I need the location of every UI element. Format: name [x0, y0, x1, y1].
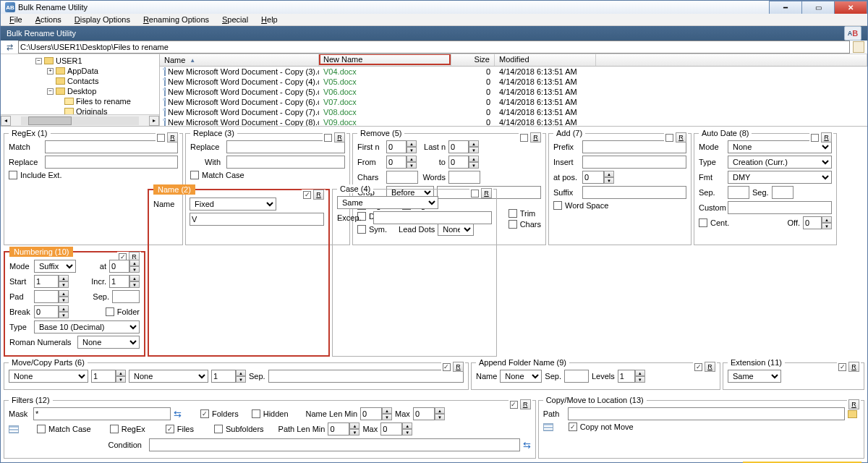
col-header-modified[interactable]: Modified	[495, 54, 596, 66]
app-icon: AB	[5, 2, 15, 12]
window-title: Bulk Rename Utility	[18, 3, 88, 12]
regex-enable-chk[interactable]	[157, 134, 165, 142]
refresh-icon[interactable]: ⇆	[174, 409, 182, 420]
up-folder-icon[interactable]	[853, 41, 864, 53]
menu-display-options[interactable]: Display Options	[69, 14, 136, 25]
document-icon	[164, 108, 166, 116]
file-list[interactable]: Name▲ New Name Size Modified New Microso…	[160, 54, 867, 126]
grid-icon-2[interactable]	[543, 423, 553, 431]
filters-mask-input[interactable]	[33, 407, 171, 420]
menu-bar: File Actions Display Options Renaming Op…	[1, 14, 867, 26]
name-mode-select[interactable]: Fixed	[190, 197, 276, 211]
regex-include-ext-chk[interactable]	[9, 171, 17, 179]
name-value-input[interactable]	[190, 213, 324, 226]
document-icon	[164, 118, 166, 126]
tree-user[interactable]: USER1	[56, 56, 82, 65]
app-header-title: Bulk Rename Utility	[7, 29, 76, 38]
panel-movecopy: Move/Copy Parts (6) R None ▲▼ None ▲▼ Se…	[4, 358, 469, 390]
grid-icon[interactable]	[9, 425, 19, 433]
tree-contacts[interactable]: Contacts	[67, 77, 98, 85]
app-header: Bulk Rename Utility AB	[1, 26, 867, 41]
remove-from-input[interactable]	[386, 156, 407, 169]
tree-files-to-rename[interactable]: Files to rename	[76, 97, 131, 106]
table-row[interactable]: New Microsoft Word Document - Copy (3).d…	[160, 67, 867, 77]
maximize-button[interactable]: ▭	[801, 1, 835, 14]
folder-tree[interactable]: −USER1 +AppData Contacts −Desktop Files …	[1, 54, 160, 126]
document-icon	[164, 98, 166, 106]
panel-numbering: Numbering (10) R ModeSuffixat▲▼ Start▲▼I…	[4, 247, 145, 357]
panel-filters: Filters (12) R Mask ⇆ Folders Hidden Nam…	[4, 396, 536, 459]
panel-autodate: Auto Date (8) R ModeNone TypeCreation (C…	[694, 129, 837, 245]
document-icon	[164, 67, 166, 76]
table-row[interactable]: New Microsoft Word Document - Copy (6).d…	[160, 97, 867, 107]
tree-desktop[interactable]: Desktop	[67, 87, 96, 95]
remove-firstn-input[interactable]	[386, 140, 407, 153]
numbering-pad-input[interactable]	[34, 290, 59, 303]
panel-copymove: Copy/Move to Location (13) R Path Copy n…	[538, 396, 864, 459]
table-row[interactable]: New Microsoft Word Document - Copy (7).d…	[160, 107, 867, 117]
add-insert-input[interactable]	[582, 156, 686, 169]
minimize-button[interactable]: ━	[769, 1, 802, 14]
panel-appendfolder: Append Folder Name (9) R NameNone Sep. L…	[471, 358, 720, 390]
document-icon	[164, 88, 166, 96]
folder-tree-icon[interactable]: ⇄	[4, 41, 15, 53]
col-header-newname[interactable]: New Name	[319, 54, 451, 65]
table-row[interactable]: New Microsoft Word Document - Copy (4).d…	[160, 77, 867, 87]
panel-add: Add (7) R Prefix Insert at pos.▲▼ Suffix…	[548, 129, 692, 245]
add-suffix-input[interactable]	[582, 186, 686, 199]
replace-with-input[interactable]	[226, 156, 345, 169]
regex-replace-input[interactable]	[45, 156, 178, 169]
numbering-mode-select[interactable]: Suffix	[34, 260, 76, 273]
tree-scrollbar[interactable]: ◂▸	[1, 114, 159, 126]
col-header-size[interactable]: Size	[451, 54, 495, 66]
menu-actions[interactable]: Actions	[30, 14, 67, 25]
remove-lastn-input[interactable]	[448, 140, 469, 153]
close-button[interactable]: ✕	[834, 1, 867, 14]
menu-special[interactable]: Special	[216, 14, 254, 25]
path-input[interactable]	[18, 41, 850, 54]
col-header-name[interactable]: Name▲	[160, 54, 319, 66]
panel-extension: Extension (11) R Same	[723, 358, 864, 390]
menu-file[interactable]: File	[4, 14, 28, 25]
browse-folder-icon[interactable]	[848, 410, 857, 418]
replace-matchcase-chk[interactable]	[190, 171, 199, 179]
document-icon	[164, 77, 166, 86]
menu-help[interactable]: Help	[255, 14, 284, 25]
refresh-cond-icon[interactable]: ⇆	[523, 440, 531, 451]
table-row[interactable]: New Microsoft Word Document - Copy (5).d…	[160, 87, 867, 97]
window-title-bar: AB Bulk Rename Utility ━ ▭ ✕	[1, 1, 867, 14]
panel-name: Name (2) R NameFixed	[148, 184, 330, 357]
table-row[interactable]: New Microsoft Word Document - Copy (8).d…	[160, 117, 867, 126]
regex-reset-btn[interactable]: R	[167, 132, 178, 143]
panel-case: Case (4) R Same Excep.	[332, 184, 497, 357]
copymove-path-input[interactable]	[568, 407, 845, 420]
tree-appdata[interactable]: AppData	[67, 67, 98, 75]
remove-to-input[interactable]	[448, 156, 469, 169]
ab-logo-icon: AB	[844, 26, 861, 41]
menu-renaming-options[interactable]: Renaming Options	[137, 14, 215, 25]
